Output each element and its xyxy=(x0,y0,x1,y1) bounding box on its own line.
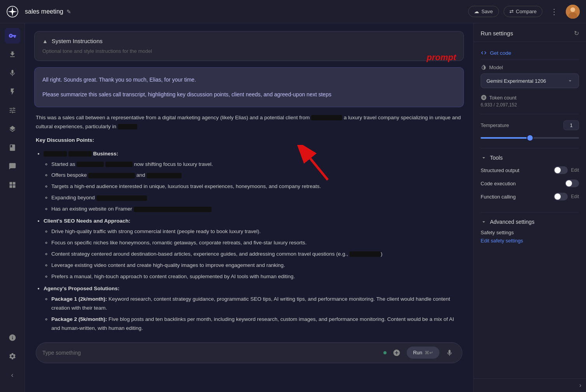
microphone-button[interactable] xyxy=(443,347,456,359)
compare-icon: ⇄ xyxy=(509,9,514,14)
collapse-button[interactable]: ▲ xyxy=(42,38,48,44)
seo-point-3: Content strategy centered around destina… xyxy=(51,250,462,259)
token-count-section: Token count 6,933 / 2,097,152 xyxy=(481,94,579,114)
structured-output-actions: Edit xyxy=(554,166,579,174)
safety-settings-title: Safety settings xyxy=(481,230,579,235)
get-code-link[interactable]: Get code xyxy=(481,47,579,59)
list-item-business: Business: Started as now shifting focus … xyxy=(44,150,462,214)
more-options-icon[interactable]: ⋮ xyxy=(547,5,561,18)
model-name: Gemini Experimental 1206 xyxy=(486,78,546,84)
system-instructions-card: ▲ System Instructions Optional tone and … xyxy=(34,31,464,61)
sidebar-item-settings[interactable] xyxy=(5,348,20,364)
agency-point-2: Package 2 (5k/month): Five blog posts an… xyxy=(51,315,462,333)
sidebar-item-key[interactable] xyxy=(5,28,20,44)
temperature-label: Temperature xyxy=(481,122,509,128)
model-section-title: Model xyxy=(481,64,579,70)
prompt-bubble[interactable]: All right. Sounds great. Thank you so mu… xyxy=(34,67,464,107)
agency-sublist: Package 1 (2k/month): Keyword research, … xyxy=(44,295,462,333)
code-execution-toggle[interactable] xyxy=(565,179,579,187)
function-calling-row: Function calling Edit xyxy=(481,193,579,200)
card-header: ▲ System Instructions xyxy=(42,38,456,44)
advanced-settings-title: Advanced settings xyxy=(481,219,579,225)
code-execution-row: Code execution xyxy=(481,179,579,187)
svg-point-3 xyxy=(569,12,577,19)
right-panel: Run settings ↻ Get code Model xyxy=(473,23,586,392)
sidebar-item-tune[interactable] xyxy=(5,103,20,118)
biz-point-2: Offers bespoke and xyxy=(51,171,462,180)
seo-point-1: Drive high-quality traffic with strong c… xyxy=(51,227,462,236)
run-button[interactable]: Run ⌘↵ xyxy=(407,347,439,359)
list-item-seo: Client's SEO Needs and Approach: Drive h… xyxy=(44,217,462,281)
structured-output-toggle[interactable] xyxy=(554,166,568,174)
refresh-button[interactable]: ↻ xyxy=(574,30,579,37)
prompt-annotation-label: prompt xyxy=(427,52,456,63)
prompt-wrapper: All right. Sounds great. Thank you so mu… xyxy=(34,67,464,107)
project-title: sales meeting xyxy=(25,8,63,15)
redacted-1 xyxy=(311,115,342,120)
seo-point-2: Focus on specific niches like honeymoons… xyxy=(51,239,462,247)
model-dropdown[interactable]: Gemini Experimental 1206 xyxy=(481,73,579,88)
app-logo xyxy=(6,5,19,18)
redacted-biz2 xyxy=(68,151,92,157)
avatar[interactable] xyxy=(566,5,580,19)
run-settings-title: Run settings xyxy=(481,30,513,37)
toggle-knob xyxy=(555,167,561,173)
add-attachment-button[interactable] xyxy=(390,347,403,359)
biz-point-3: Targets a high-end audience interested i… xyxy=(51,182,462,191)
prompt-text-line1: All right. Sounds great. Thank you so mu… xyxy=(42,75,456,84)
function-calling-edit[interactable]: Edit xyxy=(571,194,579,199)
sidebar-item-info[interactable] xyxy=(5,330,20,345)
toggle-knob-2 xyxy=(566,180,572,186)
chat-input[interactable] xyxy=(42,350,380,356)
sidebar-item-mic[interactable] xyxy=(5,65,20,81)
header-actions: ☁ Save ⇄ Compare ⋮ xyxy=(468,5,580,19)
save-button[interactable]: ☁ Save xyxy=(468,6,499,17)
compare-button[interactable]: ⇄ Compare xyxy=(504,6,542,17)
tools-title: Tools xyxy=(481,155,579,161)
response-intro: This was a sales call between a represen… xyxy=(36,113,462,131)
sidebar-collapse[interactable]: ‹ xyxy=(5,367,20,383)
redacted-biz1 xyxy=(44,151,67,157)
prompt-text-line2: Please summarize this sales call transcr… xyxy=(42,90,456,99)
slider-track xyxy=(481,137,579,139)
biz-point-1: Started as now shifting focus to luxury … xyxy=(51,160,462,169)
temperature-value: 1 xyxy=(563,120,579,130)
slider-thumb[interactable] xyxy=(527,134,534,141)
structured-output-edit[interactable]: Edit xyxy=(571,167,579,173)
left-sidebar: ‹ xyxy=(0,23,25,392)
temp-header: Temperature 1 xyxy=(481,120,579,130)
sidebar-item-book[interactable] xyxy=(5,140,20,155)
temperature-slider-container xyxy=(481,134,579,142)
discussion-list: Business: Started as now shifting focus … xyxy=(36,150,462,333)
sidebar-item-import[interactable] xyxy=(5,47,20,62)
status-dot xyxy=(383,351,387,354)
function-calling-label: Function calling xyxy=(481,194,516,200)
right-panel-header: Run settings ↻ xyxy=(474,23,586,42)
sidebar-item-flash[interactable] xyxy=(5,84,20,99)
sidebar-item-chat[interactable] xyxy=(5,159,20,174)
structured-output-label: Structured output xyxy=(481,167,520,173)
structured-output-row: Structured output Edit xyxy=(481,166,579,174)
edit-title-icon[interactable]: ✎ xyxy=(66,9,71,15)
function-calling-toggle[interactable] xyxy=(554,193,568,200)
sidebar-item-grid[interactable] xyxy=(5,177,20,193)
edit-safety-link[interactable]: Edit safety settings xyxy=(481,238,579,244)
biz-point-4: Expanding beyond xyxy=(51,193,462,202)
tools-section: Tools Structured output Edit Code execut… xyxy=(481,155,579,213)
cloud-icon: ☁ xyxy=(474,9,479,14)
slider-fill xyxy=(481,137,530,139)
collapse-right-panel[interactable]: › xyxy=(579,382,581,389)
system-instructions-placeholder[interactable]: Optional tone and style instructions for… xyxy=(42,48,152,54)
toggle-knob-3 xyxy=(555,193,561,200)
bottom-input-bar: Run ⌘↵ xyxy=(36,342,462,363)
advanced-settings-section: Advanced settings Safety settings Edit s… xyxy=(481,219,579,244)
function-calling-actions: Edit xyxy=(554,193,579,200)
right-panel-body: Get code Model Gemini Experimental 1206 xyxy=(474,42,586,378)
model-section: Model Gemini Experimental 1206 xyxy=(481,64,579,88)
sidebar-item-layers[interactable] xyxy=(5,121,20,137)
svg-point-2 xyxy=(570,7,575,12)
code-execution-actions xyxy=(565,179,579,187)
temperature-section: Temperature 1 xyxy=(481,120,579,148)
token-label: Token count xyxy=(481,94,579,101)
seo-point-4: Leverage existing video content and crea… xyxy=(51,261,462,270)
